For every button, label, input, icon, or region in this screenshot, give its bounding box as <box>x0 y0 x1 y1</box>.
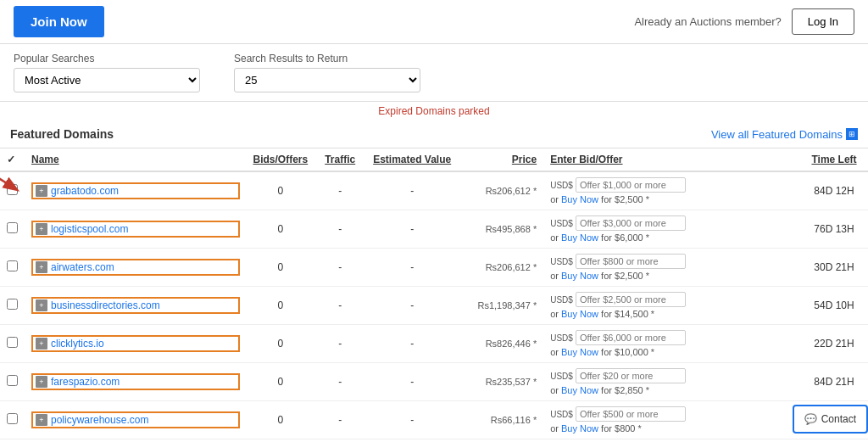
login-button[interactable]: Log In <box>792 8 854 35</box>
domain-name-link[interactable]: +grabatodo.com <box>31 182 240 199</box>
ev-cell <box>365 439 459 443</box>
row-checkbox[interactable] <box>7 375 18 386</box>
ev-cell: - <box>365 171 459 210</box>
bid-entry-cell: USD$or Buy Now for $10,000 * <box>543 325 800 363</box>
table-row: +clicklytics.io0--Rs826,446 *USD$or Buy … <box>0 325 868 363</box>
table-row: +farespazio.com0--Rs235,537 *USD$or Buy … <box>0 363 868 401</box>
traffic-cell <box>314 439 365 443</box>
table-head-row: ✓ Name Bids/Offers Traffic Estimated Val… <box>0 148 868 171</box>
bid-input[interactable] <box>576 292 686 307</box>
bids-cell <box>247 439 315 443</box>
time-left-cell: 54D 10H <box>800 287 868 325</box>
row-checkbox[interactable] <box>7 260 18 271</box>
buy-now-link[interactable]: Buy Now <box>561 232 598 243</box>
buy-now-row: or Buy Now for $6,000 * <box>550 232 793 243</box>
domain-name-link[interactable]: +logisticspool.com <box>31 221 240 238</box>
ev-cell: - <box>365 287 459 325</box>
buy-now-link[interactable]: Buy Now <box>561 347 598 357</box>
usd-label: USD$ <box>550 181 573 190</box>
bids-cell: 0 <box>247 249 315 287</box>
domain-name-link[interactable]: +airwaters.com <box>31 259 240 276</box>
buy-now-row: or Buy Now for $2,500 * <box>550 271 793 281</box>
bids-cell: 0 <box>247 287 315 325</box>
contact-label: Contact <box>821 413 856 425</box>
domain-name-link[interactable]: +clicklytics.io <box>31 335 240 352</box>
buy-now-link[interactable]: Buy Now <box>561 309 598 319</box>
row-checkbox[interactable] <box>7 184 18 195</box>
view-all-link[interactable]: View all Featured Domains ⊞ <box>711 128 858 141</box>
bid-entry-cell: USD$or Buy Now for $2,500 * <box>543 249 800 287</box>
traffic-cell: - <box>314 249 365 287</box>
domain-icon: + <box>36 223 47 235</box>
domain-name-link[interactable]: +businessdirectories.com <box>31 297 240 314</box>
col-time[interactable]: Time Left <box>800 148 868 171</box>
domain-name-link[interactable]: +policywarehouse.com <box>31 411 240 428</box>
col-ev[interactable]: Estimated Value <box>365 148 459 171</box>
traffic-cell: - <box>314 401 365 439</box>
domain-icon: + <box>36 185 47 197</box>
featured-domains-title: Featured Domains <box>10 127 114 141</box>
buy-now-row: or Buy Now for $2,850 * <box>550 385 793 395</box>
bids-cell: 0 <box>247 171 315 210</box>
table-row: +logisticspool.com0--Rs495,868 *USD$or B… <box>0 210 868 249</box>
col-traffic[interactable]: Traffic <box>314 148 365 171</box>
time-left-cell: 30D 21H <box>800 249 868 287</box>
ev-cell: - <box>365 325 459 363</box>
traffic-cell: - <box>314 363 365 401</box>
bid-input[interactable] <box>576 177 686 193</box>
domain-icon: + <box>36 414 47 426</box>
domain-name-text: grabatodo.com <box>51 185 119 197</box>
price-cell: Rs826,446 * <box>459 325 543 363</box>
row-checkbox[interactable] <box>7 337 18 348</box>
buy-now-link[interactable]: Buy Now <box>561 385 598 395</box>
time-left-cell: 22D 21H <box>800 325 868 363</box>
bid-input[interactable] <box>576 254 686 269</box>
bid-input[interactable] <box>576 368 686 383</box>
domain-name-text: farespazio.com <box>51 376 120 388</box>
buy-now-link[interactable]: Buy Now <box>561 423 598 434</box>
col-name[interactable]: Name <box>25 148 247 171</box>
time-left-cell: 84D 21H <box>800 363 868 401</box>
buy-now-link[interactable]: Buy Now <box>561 194 598 204</box>
traffic-cell: - <box>314 325 365 363</box>
popular-searches-group: Popular Searches Most Active <box>14 53 200 92</box>
bid-entry-cell: USD$or Buy Now for $2,500 * <box>543 171 800 210</box>
bid-entry-cell: USD$or Buy Now for $800 * <box>543 401 800 439</box>
row-checkbox[interactable] <box>7 413 18 424</box>
traffic-cell: - <box>314 287 365 325</box>
ev-cell: - <box>365 401 459 439</box>
row-checkbox[interactable] <box>7 222 18 233</box>
bids-cell: 0 <box>247 210 315 249</box>
usd-label: USD$ <box>550 295 573 305</box>
bid-input[interactable] <box>576 406 686 422</box>
domain-icon: + <box>36 376 47 388</box>
header-right: Already an Auctions member? Log In <box>634 8 854 35</box>
col-check[interactable]: ✓ <box>0 148 25 171</box>
domain-name-text: logisticspool.com <box>51 223 128 235</box>
time-left-cell: 76D 13H <box>800 210 868 249</box>
contact-button[interactable]: 💬 Contact <box>793 405 868 434</box>
popular-searches-select[interactable]: Most Active <box>14 68 200 92</box>
col-price[interactable]: Price <box>459 148 543 171</box>
traffic-cell: - <box>314 171 365 210</box>
col-bids[interactable]: Bids/Offers <box>247 148 315 171</box>
price-cell: Rs66,116 * <box>459 401 543 439</box>
traffic-cell: - <box>314 210 365 249</box>
results-select[interactable]: 25 <box>234 68 420 92</box>
buy-now-link[interactable]: Buy Now <box>561 271 598 281</box>
results-label: Search Results to Return <box>234 53 420 64</box>
bids-cell: 0 <box>247 363 315 401</box>
row-checkbox[interactable] <box>7 299 18 310</box>
results-group: Search Results to Return 25 <box>234 53 420 92</box>
table-section: Featured Domains View all Featured Domai… <box>0 120 868 442</box>
chat-icon: 💬 <box>804 413 817 425</box>
bid-input[interactable] <box>576 215 686 231</box>
col-bid[interactable]: Enter Bid/Offer <box>543 148 800 171</box>
table-row: USD$USD$ <box>0 439 868 443</box>
header: Join Now Already an Auctions member? Log… <box>0 0 868 44</box>
bids-cell: 0 <box>247 325 315 363</box>
join-now-button[interactable]: Join Now <box>14 6 104 37</box>
price-cell: Rs206,612 * <box>459 249 543 287</box>
domain-name-link[interactable]: +farespazio.com <box>31 373 240 390</box>
bid-input[interactable] <box>576 330 686 345</box>
